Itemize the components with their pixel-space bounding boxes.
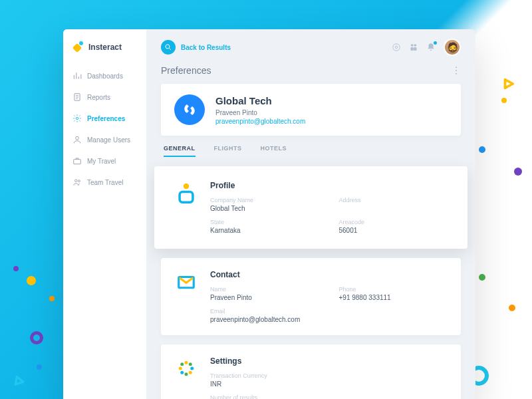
svg-point-1 — [76, 117, 78, 120]
app-window: Insteract Dashboards Reports Preferences… — [63, 29, 475, 399]
field-value: Praveen Pinto — [210, 294, 319, 301]
field-value: praveenpinto@globaltech.com — [210, 316, 319, 323]
field-label: State — [210, 219, 319, 225]
contact-section[interactable]: Contact NamePraveen Pinto Phone+91 9880 … — [161, 258, 461, 335]
field-value: INR — [210, 380, 319, 388]
sidebar-item-team-travel[interactable]: Team Travel — [63, 172, 146, 193]
svg-point-13 — [184, 184, 190, 190]
svg-point-19 — [189, 371, 192, 374]
svg-point-23 — [180, 362, 184, 366]
svg-point-16 — [185, 361, 188, 364]
field-label: Address — [339, 197, 448, 203]
svg-point-4 — [75, 180, 78, 182]
sidebar-item-reports[interactable]: Reports — [63, 86, 146, 108]
svg-point-10 — [414, 45, 416, 47]
svg-point-2 — [76, 136, 79, 140]
field-label: Transaction Currency — [210, 372, 319, 379]
svg-point-17 — [189, 362, 192, 366]
svg-point-9 — [411, 45, 413, 47]
users-icon — [72, 178, 82, 187]
section-title: Settings — [210, 356, 448, 366]
field-value: +91 9880 333111 — [339, 294, 448, 301]
section-title: Profile — [210, 181, 448, 190]
sidebar-item-preferences[interactable]: Preferences — [63, 108, 146, 129]
user-icon — [72, 135, 82, 144]
sidebar: Insteract Dashboards Reports Preferences… — [63, 29, 146, 399]
avatar[interactable]: 🧔 — [444, 39, 461, 56]
field-label: Name — [210, 286, 319, 293]
brand[interactable]: Insteract — [63, 41, 146, 65]
svg-point-7 — [393, 44, 400, 51]
section-title: Contact — [210, 270, 448, 279]
sidebar-item-label: Manage Users — [87, 136, 130, 144]
tab-general[interactable]: GENERAL — [164, 145, 196, 157]
sidebar-item-dashboards[interactable]: Dashboards — [63, 65, 146, 86]
field-label: Phone — [339, 286, 448, 293]
settings-icon — [174, 356, 198, 380]
svg-point-5 — [78, 180, 80, 182]
help-icon[interactable] — [392, 43, 401, 52]
profile-section[interactable]: Profile Company NameGlobal Tech Address … — [154, 166, 467, 249]
topbar-actions: 🧔 — [392, 39, 461, 56]
page-header: Preferences ⋯ — [161, 65, 461, 76]
topbar: Back to Results 🧔 — [161, 39, 461, 56]
sidebar-item-label: Dashboards — [87, 72, 123, 80]
tab-flights[interactable]: FLIGHTS — [214, 145, 242, 157]
tab-hotels[interactable]: HOTELS — [261, 145, 287, 157]
sidebar-item-my-travel[interactable]: My Travel — [63, 150, 146, 172]
back-to-results[interactable]: Back to Results — [161, 40, 231, 55]
tabs: GENERAL FLIGHTS HOTELS — [161, 145, 461, 157]
field-value: Karnataka — [210, 227, 319, 234]
nav-list: Dashboards Reports Preferences Manage Us… — [63, 65, 146, 193]
sidebar-item-label: My Travel — [87, 158, 116, 165]
svg-point-18 — [190, 367, 194, 370]
sidebar-item-manage-users[interactable]: Manage Users — [63, 129, 146, 150]
company-hero-card: Global Tech Praveen Pinto praveenpinto@g… — [161, 84, 461, 136]
brand-name: Insteract — [88, 43, 122, 52]
svg-rect-14 — [180, 192, 193, 203]
field-value: 56001 — [339, 227, 448, 234]
contact-name: Praveen Pinto — [215, 109, 305, 116]
settings-section[interactable]: Settings Transaction CurrencyINR Number … — [161, 344, 461, 399]
company-name: Global Tech — [215, 95, 305, 106]
page-title: Preferences — [161, 65, 211, 76]
field-value: Global Tech — [210, 205, 319, 212]
contact-icon — [174, 270, 198, 294]
sidebar-item-label: Preferences — [87, 115, 125, 122]
sidebar-item-label: Team Travel — [87, 179, 123, 186]
company-logo-icon — [174, 94, 205, 125]
gear-icon — [72, 114, 82, 123]
briefcase-icon — [72, 156, 82, 166]
svg-point-6 — [166, 45, 170, 49]
more-icon[interactable]: ⋯ — [451, 66, 462, 76]
profile-icon — [174, 181, 198, 205]
field-label: Company Name — [210, 197, 319, 203]
svg-point-8 — [395, 46, 398, 49]
svg-rect-3 — [74, 160, 81, 164]
grid-icon[interactable] — [409, 43, 418, 52]
main-content: Back to Results 🧔 Preferences ⋯ Global T… — [146, 29, 475, 399]
svg-rect-11 — [411, 48, 414, 51]
svg-rect-12 — [414, 48, 417, 51]
reports-icon — [72, 92, 82, 102]
brand-logo-icon — [72, 41, 84, 53]
svg-point-22 — [179, 367, 182, 370]
field-label: Number of results — [210, 394, 319, 399]
dashboards-icon — [72, 71, 82, 80]
svg-point-21 — [180, 371, 184, 374]
search-icon — [161, 40, 176, 55]
sidebar-item-label: Reports — [87, 94, 110, 101]
contact-email[interactable]: praveenpinto@globaltech.com — [215, 118, 305, 125]
bell-icon[interactable] — [426, 43, 436, 52]
field-label: Email — [210, 308, 319, 315]
field-label: Areacode — [339, 219, 448, 225]
back-label: Back to Results — [181, 44, 231, 51]
svg-point-20 — [185, 372, 188, 376]
